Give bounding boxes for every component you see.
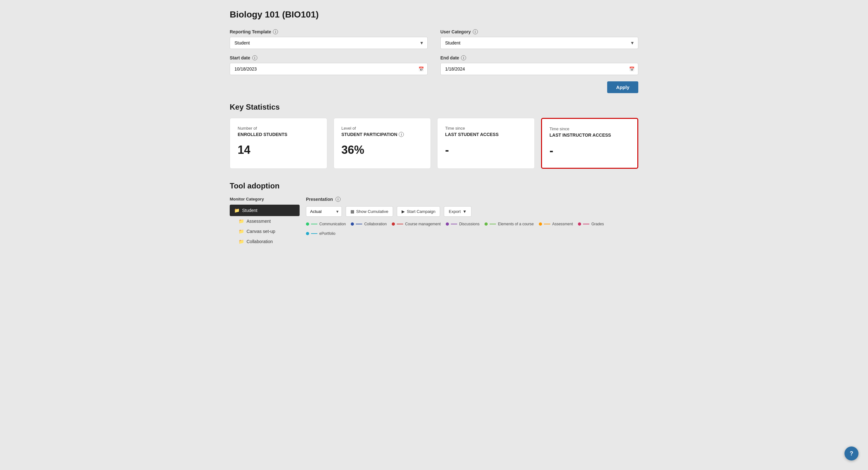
user-category-group: User Category i Student Instructor All ▼ — [440, 29, 638, 49]
apply-row: Apply — [230, 81, 638, 93]
bar-chart-icon: ▩ — [350, 209, 354, 214]
reporting-template-label: Reporting Template i — [230, 29, 428, 34]
form-row-templates: Reporting Template i Student Instructor … — [230, 29, 638, 49]
end-date-input[interactable] — [440, 63, 638, 75]
legend-item-communication: Communication — [306, 222, 346, 226]
legend-item-collaboration: Collaboration — [351, 222, 387, 226]
tool-adoption-title: Tool adoption — [230, 182, 638, 190]
start-date-input[interactable] — [230, 63, 428, 75]
folder-icon-canvas-setup: 📁 — [239, 229, 244, 234]
play-icon: ▶ — [402, 209, 405, 214]
stat-value-instructor-access: - — [550, 144, 630, 157]
legend-item-discussions: Discussions — [446, 222, 479, 226]
presentation-type-select[interactable]: Actual Percentage — [306, 206, 342, 217]
legend-line-grades — [583, 224, 589, 224]
start-date-wrapper: 📅 — [230, 63, 428, 75]
stat-label-bold-instructor-access: LAST INSTRUCTOR ACCESS — [550, 132, 630, 137]
start-date-info-icon[interactable]: i — [252, 55, 257, 60]
show-cumulative-button[interactable]: ▩ Show Cumulative — [346, 206, 393, 217]
export-chevron-icon: ▼ — [463, 209, 467, 214]
user-category-select[interactable]: Student Instructor All — [440, 37, 638, 49]
monitor-category-panel: Monitor Category 📁 Student 📁 Assessment … — [230, 197, 300, 247]
key-statistics-section: Key Statistics Number of ENROLLED STUDEN… — [230, 103, 638, 169]
user-category-info-icon[interactable]: i — [473, 29, 478, 34]
user-category-select-wrapper: Student Instructor All ▼ — [440, 37, 638, 49]
legend-item-assessment: Assessment — [539, 222, 573, 226]
form-section: Reporting Template i Student Instructor … — [230, 29, 638, 93]
stat-label-bold-enrolled: ENROLLED STUDENTS — [238, 132, 319, 137]
legend-dot-assessment — [539, 222, 542, 226]
end-date-label: End date i — [440, 55, 638, 60]
category-item-collaboration[interactable]: 📁 Collaboration — [230, 237, 300, 247]
legend-line-eportfolio — [311, 233, 317, 234]
legend-dot-elements-of-course — [485, 222, 488, 226]
stat-label-bold-student-access: LAST STUDENT ACCESS — [445, 132, 527, 137]
stat-card-student-participation: Level of STUDENT PARTICIPATION i 36% — [334, 118, 431, 169]
presentation-label: Presentation — [306, 197, 333, 202]
legend-dot-grades — [578, 222, 581, 226]
participation-info-icon[interactable]: i — [399, 132, 404, 137]
end-date-group: End date i 📅 — [440, 55, 638, 75]
presentation-info-icon[interactable]: i — [336, 197, 341, 202]
legend-line-communication — [311, 224, 317, 224]
help-button[interactable]: ? — [844, 446, 859, 461]
stat-value-participation: 36% — [342, 143, 423, 157]
legend-line-collaboration — [356, 224, 362, 224]
legend-line-assessment — [544, 224, 550, 224]
stat-value-enrolled: 14 — [238, 143, 319, 157]
legend-line-course-management — [397, 224, 403, 224]
legend-item-grades: Grades — [578, 222, 604, 226]
folder-icon-assessment: 📁 — [239, 219, 244, 224]
legend-item-eportfolio: ePortfolio — [306, 231, 336, 236]
key-statistics-title: Key Statistics — [230, 103, 638, 112]
start-date-group: Start date i 📅 — [230, 55, 428, 75]
legend-row: Communication Collaboration Course manag… — [306, 222, 638, 236]
presentation-type-wrapper: Actual Percentage ▼ — [306, 206, 342, 217]
end-date-info-icon[interactable]: i — [461, 55, 466, 60]
tool-adoption-section: Tool adoption Monitor Category 📁 Student… — [230, 182, 638, 247]
presentation-controls: Actual Percentage ▼ ▩ Show Cumulative ▶ … — [306, 206, 638, 217]
folder-icon-student: 📁 — [234, 208, 240, 213]
reporting-template-select-wrapper: Student Instructor All ▼ — [230, 37, 428, 49]
legend-line-discussions — [451, 224, 457, 224]
start-campaign-button[interactable]: ▶ Start Campaign — [397, 206, 440, 217]
presentation-header: Presentation i — [306, 197, 638, 202]
legend-item-elements-of-course: Elements of a course — [485, 222, 534, 226]
form-row-dates: Start date i 📅 End date i 📅 — [230, 55, 638, 75]
stat-card-last-instructor-access: Time since LAST INSTRUCTOR ACCESS - — [541, 118, 639, 169]
tool-adoption-layout: Monitor Category 📁 Student 📁 Assessment … — [230, 197, 638, 247]
reporting-template-select[interactable]: Student Instructor All — [230, 37, 428, 49]
page-title: Biology 101 (BIO101) — [230, 9, 638, 20]
apply-button[interactable]: Apply — [607, 81, 638, 93]
category-item-assessment[interactable]: 📁 Assessment — [230, 216, 300, 226]
stat-label-top-student-access: Time since — [445, 126, 527, 131]
monitor-category-title: Monitor Category — [230, 197, 300, 201]
legend-dot-discussions — [446, 222, 449, 226]
stat-label-bold-participation: STUDENT PARTICIPATION i — [342, 132, 423, 137]
legend-dot-communication — [306, 222, 309, 226]
stat-label-top-enrolled: Number of — [238, 126, 319, 131]
legend-item-course-management: Course management — [392, 222, 441, 226]
stat-card-last-student-access: Time since LAST STUDENT ACCESS - — [437, 118, 535, 169]
page-container: Biology 101 (BIO101) Reporting Template … — [217, 0, 651, 256]
export-button[interactable]: Export ▼ — [444, 206, 471, 217]
stat-card-enrolled-students: Number of ENROLLED STUDENTS 14 — [230, 118, 327, 169]
legend-dot-course-management — [392, 222, 395, 226]
legend-line-elements-of-course — [490, 224, 496, 224]
category-item-canvas-setup[interactable]: 📁 Canvas set-up — [230, 226, 300, 237]
legend-dot-eportfolio — [306, 232, 309, 235]
user-category-label: User Category i — [440, 29, 638, 34]
start-date-label: Start date i — [230, 55, 428, 60]
reporting-template-info-icon[interactable]: i — [273, 29, 278, 34]
stat-label-top-instructor-access: Time since — [550, 126, 630, 131]
reporting-template-group: Reporting Template i Student Instructor … — [230, 29, 428, 49]
presentation-panel: Presentation i Actual Percentage ▼ ▩ — [306, 197, 638, 247]
stats-grid: Number of ENROLLED STUDENTS 14 Level of … — [230, 118, 638, 169]
folder-icon-collaboration: 📁 — [239, 239, 244, 244]
legend-dot-collaboration — [351, 222, 354, 226]
stat-label-top-participation: Level of — [342, 126, 423, 131]
category-item-student[interactable]: 📁 Student — [230, 205, 300, 216]
end-date-wrapper: 📅 — [440, 63, 638, 75]
stat-value-student-access: - — [445, 143, 527, 157]
